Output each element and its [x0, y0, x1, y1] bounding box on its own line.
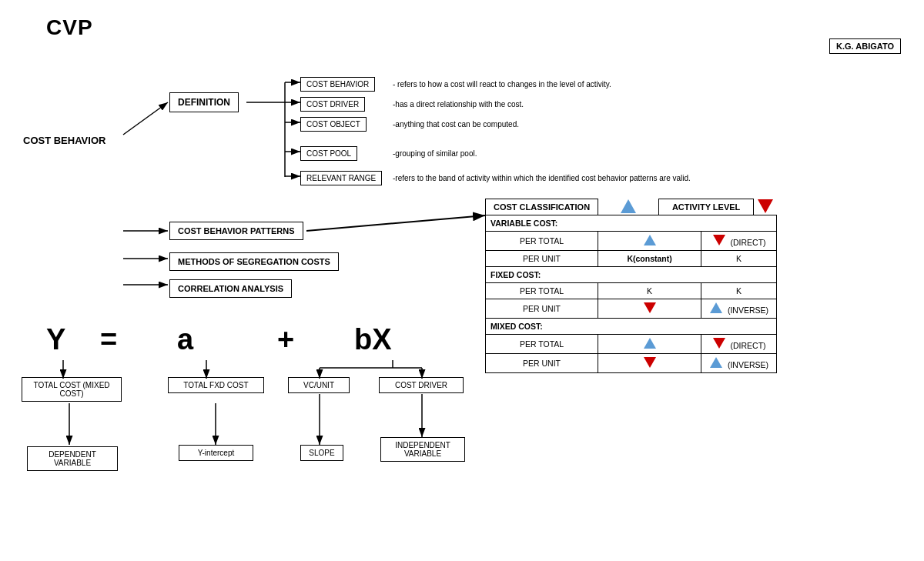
vc-unit-box: VC/UNIT	[288, 377, 350, 393]
total-fxd-cost-box: TOTAL FXD COST	[168, 377, 264, 393]
definition-box: DEFINITION	[169, 92, 239, 112]
formula-eq: =	[100, 323, 117, 356]
fixed-unit-down-arrow	[644, 302, 656, 313]
independent-variable-box: INDEPENDENTVARIABLE	[380, 437, 465, 462]
def-item-cost-driver: COST DRIVER	[300, 97, 365, 112]
activity-down-arrow	[758, 199, 773, 213]
cost-behavior-label: COST BEHAVIOR	[23, 135, 105, 146]
mixed-unit-up-arrow	[710, 357, 722, 368]
formula-y: Y	[46, 323, 65, 356]
def-item-cost-object: COST OBJECT	[300, 117, 367, 132]
activity-up-arrow	[621, 199, 636, 213]
slope-box: SLOPE	[300, 445, 343, 461]
author-label: K.G. ABIGATO	[829, 38, 901, 54]
fixed-unit-up-arrow	[710, 302, 722, 313]
svg-line-10	[306, 215, 485, 231]
dependent-variable-box: DEPENDENT VARIABLE	[27, 446, 118, 471]
formula-plus: +	[277, 323, 294, 356]
var-total-up-arrow	[644, 235, 656, 245]
svg-line-1	[123, 102, 168, 135]
def-desc-cost-pool: -grouping of similar pool.	[393, 149, 477, 158]
page-title: CVP	[46, 15, 93, 40]
def-desc-relevant-range: -refers to the band of activity within w…	[393, 174, 691, 182]
def-item-relevant-range: RELEVANT RANGE	[300, 171, 382, 185]
methods-segregation-box: METHODS OF SEGREGATION COSTS	[169, 252, 339, 271]
formula-a: a	[177, 323, 193, 356]
mixed-total-down-arrow	[713, 338, 725, 349]
def-desc-cost-driver: -has a direct relationship with the cost…	[393, 100, 524, 109]
def-desc-cost-behavior: - refers to how a cost will react to cha…	[393, 80, 611, 88]
mixed-unit-down-arrow	[644, 357, 656, 368]
def-desc-cost-object: -anything that cost can be computed.	[393, 120, 519, 129]
total-cost-box: TOTAL COST (MIXEDCOST)	[22, 377, 122, 402]
correlation-analysis-box: CORRELATION ANALYSIS	[169, 279, 292, 298]
cost-driver-box: COST DRIVER	[379, 377, 464, 393]
def-item-cost-pool: COST POOL	[300, 146, 357, 161]
formula-bx: bX	[354, 323, 392, 356]
var-total-down-arrow	[713, 235, 725, 245]
cost-classification-table: COST CLASSIFICATION ACTIVITY LEVEL VARIA…	[485, 199, 777, 373]
cost-behavior-patterns-box: COST BEHAVIOR PATTERNS	[169, 222, 303, 240]
y-intercept-box: Y-intercept	[179, 445, 253, 461]
mixed-total-up-arrow	[644, 338, 656, 349]
def-item-cost-behavior: COST BEHAVIOR	[300, 77, 375, 92]
